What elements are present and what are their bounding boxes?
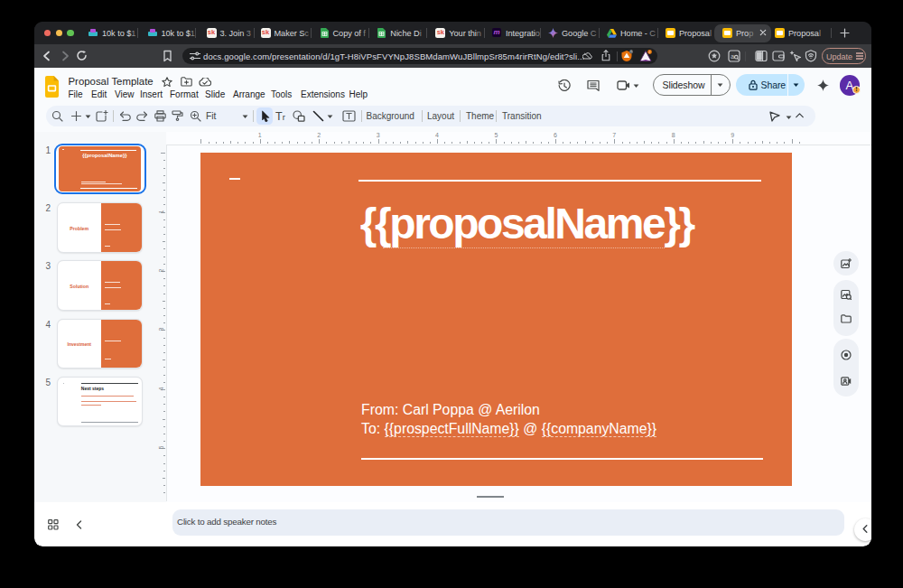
- svg-text:a: a: [731, 52, 734, 59]
- svg-text:2: 2: [649, 50, 651, 53]
